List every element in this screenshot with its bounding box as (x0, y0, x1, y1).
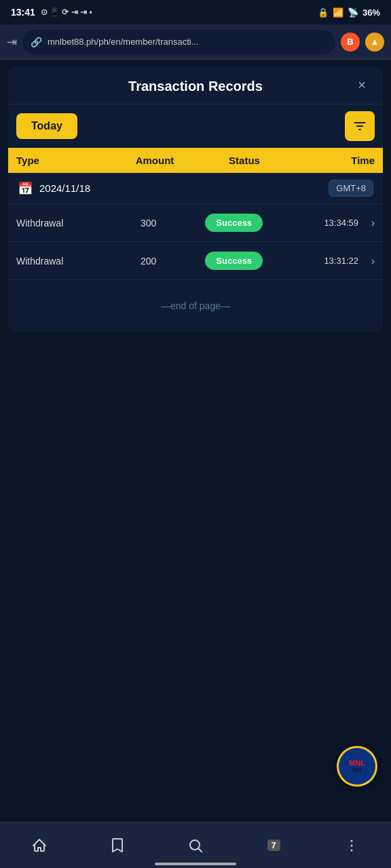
date-row: 📅 2024/11/18 GMT+8 (8, 173, 383, 204)
status-bar: 13:41 ⊙ 📱 ⟳ ⇥ ⇥ • 🔒 📶 📡 36% (0, 0, 391, 24)
status-right-icons: 🔒 📶 📡 36% (318, 7, 380, 18)
status-time: 13:41 ⊙ 📱 ⟳ ⇥ ⇥ • (11, 7, 92, 18)
filter-icon-button[interactable] (345, 111, 375, 141)
bottom-indicator-bar (155, 863, 236, 865)
svg-point-2 (351, 844, 353, 846)
mnlbet-floating-button[interactable]: MNL bet (337, 746, 377, 787)
col-amount: Amount (114, 155, 196, 166)
bookmark-button[interactable] (97, 829, 138, 863)
svg-point-1 (351, 840, 353, 842)
home-button[interactable] (19, 829, 60, 863)
col-type: Type (16, 155, 114, 166)
tabs-count: 7 (267, 840, 280, 851)
tx-status-2: Success (205, 252, 263, 270)
tx-type-2: Withdrawal (16, 256, 109, 267)
search-icon (187, 837, 204, 854)
url-icon: 🔗 (31, 37, 42, 47)
today-filter-button[interactable]: Today (16, 113, 77, 139)
mnlbet-bottom-text: bet (352, 767, 362, 774)
col-time: Time (293, 155, 375, 166)
modal-header: Transaction Records × (8, 66, 383, 104)
time-display: 13:41 (11, 7, 35, 18)
tx-time-2: 13:31:22 (280, 256, 358, 266)
brave-icon[interactable]: B (341, 33, 360, 52)
url-bar[interactable]: 🔗 mnlbet88.ph/ph/en/member/transacti... (22, 30, 335, 54)
table-row[interactable]: Withdrawal 300 Success 13:34:59 › (8, 204, 383, 242)
svg-point-3 (351, 849, 353, 851)
chevron-icon-1[interactable]: › (358, 217, 375, 229)
tabs-button[interactable]: 7 (253, 829, 294, 863)
more-icon (343, 837, 360, 854)
modal-title: Transaction Records (128, 79, 263, 94)
tx-status-wrap-1: Success (187, 214, 280, 232)
status-icons: ⊙ 📱 ⟳ ⇥ ⇥ • (41, 7, 92, 17)
filter-icon (353, 119, 367, 133)
table-row[interactable]: Withdrawal 200 Success 13:31:22 › (8, 242, 383, 280)
col-status: Status (196, 155, 293, 166)
tx-status-1: Success (205, 214, 263, 232)
lock-icon: 🔒 (318, 7, 329, 18)
date-label: 2024/11/18 (39, 182, 322, 194)
search-button[interactable] (175, 829, 216, 863)
gmt-badge: GMT+8 (329, 180, 373, 197)
signal-icon: 📡 (348, 7, 358, 18)
tx-amount-2: 200 (109, 256, 187, 267)
bottom-navigation: 7 (0, 822, 391, 868)
bookmark-icon (110, 837, 125, 854)
menu-button[interactable] (331, 829, 372, 863)
tx-time-1: 13:34:59 (280, 218, 358, 228)
close-button[interactable]: × (352, 75, 372, 96)
tab-icon: ⇥ (7, 35, 17, 50)
end-of-page: —end of page— (8, 280, 383, 332)
filter-row: Today (8, 104, 383, 148)
table-header: Type Amount Status Time (8, 148, 383, 173)
tx-status-wrap-2: Success (187, 252, 280, 270)
tx-amount-1: 300 (109, 218, 187, 229)
wifi-icon: 📶 (333, 7, 343, 18)
calendar-icon: 📅 (18, 181, 33, 196)
chevron-icon-2[interactable]: › (358, 255, 375, 267)
battery-display: 36% (362, 7, 380, 18)
browser-bar: ⇥ 🔗 mnlbet88.ph/ph/en/member/transacti..… (0, 24, 391, 60)
url-text: mnlbet88.ph/ph/en/member/transacti... (48, 37, 327, 47)
tx-type-1: Withdrawal (16, 218, 109, 229)
mnlbet-logo: MNL bet (339, 748, 375, 785)
transaction-modal: Transaction Records × Today Type Amount … (8, 66, 383, 332)
home-icon (31, 837, 48, 854)
adblocker-icon[interactable]: ▲ (365, 33, 384, 52)
